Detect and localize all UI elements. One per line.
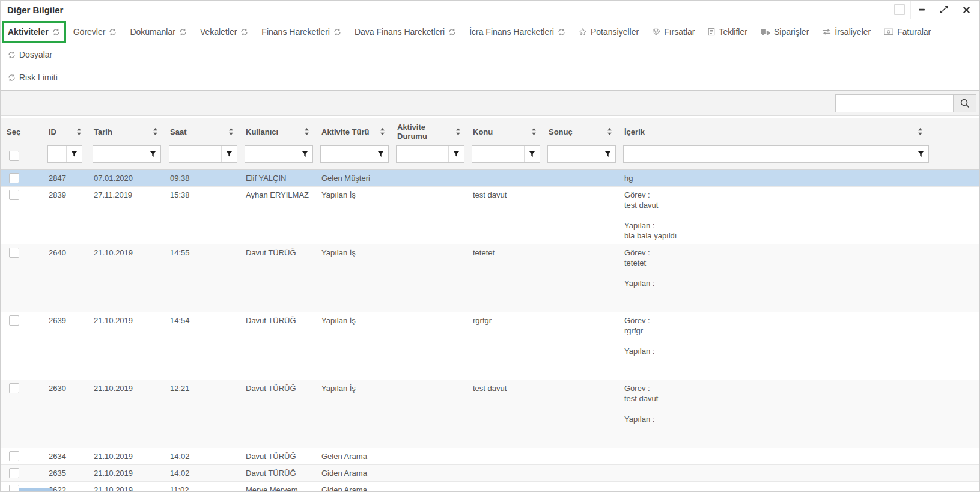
table-row-2622[interactable]: 262221.10.201911:02Merve Meryem ERCANGid… [1, 482, 979, 492]
column-header-sonuc[interactable]: Sonuç [543, 118, 618, 144]
filter-input-aktivite_durumu[interactable] [397, 146, 448, 162]
table-row-2630[interactable]: 263021.10.201912:21Davut TÜRÜĞYapılan İş… [1, 380, 979, 448]
column-header-kullanici[interactable]: Kullanıcı [240, 118, 315, 144]
tab-f-rsatlar[interactable]: Fırsatlar [646, 21, 701, 43]
row-checkbox[interactable] [9, 315, 19, 326]
table-row-2639[interactable]: 263921.10.201914:54Davut TÜRÜĞYapılan İş… [1, 312, 979, 380]
select-button[interactable] [888, 1, 910, 19]
cell-kullanici: Ayhan ERYILMAZ [240, 187, 315, 244]
filter-input-icerik[interactable] [624, 146, 913, 162]
filter-input-konu[interactable] [472, 146, 524, 162]
sort-icon[interactable] [607, 128, 612, 135]
filter-button-sonuc[interactable] [600, 146, 615, 162]
tab-potansiyeller[interactable]: Potansiyeller [573, 21, 645, 43]
tab-dok-manlar[interactable]: Dokümanlar [124, 21, 192, 43]
cell-tarih: 21.10.2019 [88, 465, 164, 482]
row-checkbox[interactable] [9, 451, 19, 461]
column-header-konu[interactable]: Konu [467, 118, 543, 144]
filter-button-id[interactable] [66, 146, 82, 162]
cell-aktivite_durumu [391, 482, 467, 492]
sort-icon[interactable] [228, 128, 234, 135]
select-all-checkbox[interactable] [9, 151, 19, 161]
tab-sipari-ler[interactable]: Siparişler [755, 21, 815, 43]
filter-button-icerik[interactable] [913, 146, 928, 162]
filter-cell-sonuc [543, 144, 618, 170]
filter-input-saat[interactable] [169, 146, 221, 162]
cell-sonuc [543, 448, 618, 465]
filter-cell-icerik [618, 144, 979, 170]
column-header-aktivite_turu[interactable]: Aktivite Türü [315, 118, 391, 144]
filter-button-konu[interactable] [524, 146, 540, 162]
row-checkbox[interactable] [9, 173, 19, 183]
cell-kullanici: Davut TÜRÜĞ [240, 465, 315, 482]
column-header-label: Saat [170, 127, 186, 136]
filter-button-aktivite_durumu[interactable] [448, 146, 464, 162]
row-checkbox[interactable] [9, 383, 19, 393]
filter-box-icerik [623, 145, 929, 163]
maximize-button[interactable] [933, 1, 955, 19]
cell-sonuc [543, 312, 618, 380]
column-header-id[interactable]: ID [43, 118, 88, 144]
cell-aktivite_durumu [391, 448, 467, 465]
minimize-button[interactable] [910, 1, 933, 19]
column-header-saat[interactable]: Saat [164, 118, 240, 144]
sort-icon[interactable] [380, 128, 385, 135]
table-row-2634[interactable]: 263421.10.201914:02Davut TÜRÜĞGelen Aram… [1, 448, 979, 465]
table-row-2640[interactable]: 264021.10.201914:55Davut TÜRÜĞYapılan İş… [1, 244, 979, 312]
row-checkbox[interactable] [9, 485, 19, 492]
cell-kullanici: Davut TÜRÜĞ [240, 244, 315, 312]
sort-icon[interactable] [304, 128, 309, 135]
tab-label: Faturalar [897, 27, 931, 37]
column-header-icerik[interactable]: İçerik [618, 118, 979, 144]
row-checkbox[interactable] [9, 468, 19, 478]
page-title: Diğer Bilgiler [7, 5, 63, 15]
sort-icon[interactable] [531, 128, 537, 135]
tab-i-rsaliyeler[interactable]: İrsaliyeler [816, 21, 877, 43]
sort-icon[interactable] [153, 128, 158, 135]
filter-input-tarih[interactable] [93, 146, 145, 162]
cell-sonuc [543, 465, 618, 482]
tab-vekaletler[interactable]: Vekaletler [194, 21, 254, 43]
tab-dosyalar[interactable]: Dosyalar [2, 44, 58, 65]
sort-icon[interactable] [455, 128, 461, 135]
column-header-tarih[interactable]: Tarih [88, 118, 164, 144]
sort-icon[interactable] [76, 128, 82, 135]
search-input[interactable] [835, 94, 953, 112]
close-button[interactable] [955, 1, 977, 19]
filter-button-saat[interactable] [221, 146, 237, 162]
tab-faturalar[interactable]: Faturalar [878, 21, 937, 43]
cell-sonuc [543, 187, 618, 244]
column-header-aktivite_durumu[interactable]: Aktivite Durumu [391, 118, 467, 144]
tab-i-cra-finans-hareketleri[interactable]: İcra Finans Hareketleri [463, 21, 571, 43]
filter-box-sonuc [547, 145, 616, 163]
tab-dava-finans-hareketleri[interactable]: Dava Finans Hareketleri [348, 21, 462, 43]
tab-risk-limiti[interactable]: Risk Limiti [2, 67, 64, 88]
sort-icon[interactable] [918, 128, 923, 135]
cell-aktivite_durumu [391, 187, 467, 244]
star-icon [579, 28, 587, 36]
filter-button-tarih[interactable] [145, 146, 160, 162]
row-checkbox[interactable] [9, 190, 19, 200]
filter-input-aktivite_turu[interactable] [321, 146, 373, 162]
table-row-2635[interactable]: 263521.10.201914:02Davut TÜRÜĞGiden Aram… [1, 465, 979, 482]
cell-icerik [618, 448, 979, 465]
filter-input-id[interactable] [48, 146, 66, 162]
filter-box-konu [472, 145, 540, 163]
filter-input-kullanici[interactable] [245, 146, 297, 162]
tab-g-revler[interactable]: Görevler [67, 21, 123, 43]
gem-icon [652, 28, 660, 36]
cell-saat: 11:02 [164, 482, 240, 492]
tab-finans-hareketleri[interactable]: Finans Hareketleri [255, 21, 347, 43]
search-button[interactable] [953, 94, 976, 112]
filter-button-kullanici[interactable] [297, 146, 312, 162]
filter-input-sonuc[interactable] [548, 146, 600, 162]
filter-button-aktivite_turu[interactable] [373, 146, 388, 162]
table-row-2839[interactable]: 283927.11.201915:38Ayhan ERYILMAZYapılan… [1, 187, 979, 244]
cell-kullanici: Merve Meryem ERCAN [240, 482, 315, 492]
tab-teklifler[interactable]: Teklifler [702, 21, 753, 43]
tab-aktiviteler[interactable]: Aktiviteler [2, 21, 66, 43]
cell-saat: 14:54 [164, 312, 240, 380]
row-checkbox[interactable] [9, 248, 19, 258]
table-row-2847[interactable]: 284707.01.202009:38Elif YALÇINGelen Müşt… [1, 170, 979, 187]
cell-icerik: Görev : tetetet Yapılan : [618, 244, 979, 312]
